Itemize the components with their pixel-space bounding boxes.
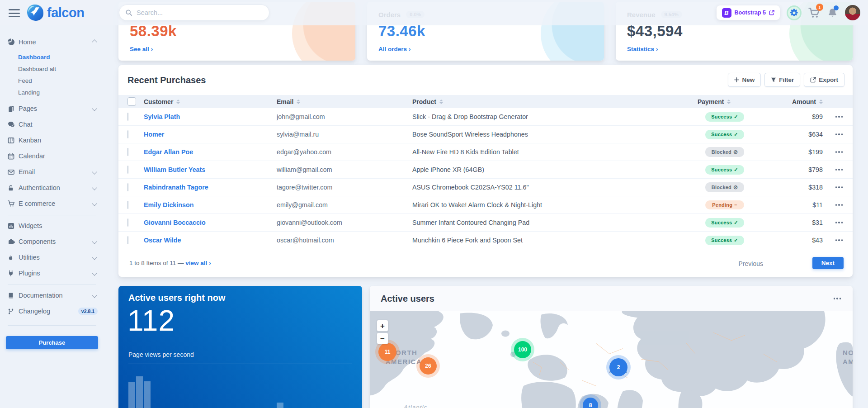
view-all-link[interactable]: view all › xyxy=(185,260,211,266)
sidebar-item-pages[interactable]: Pages xyxy=(8,104,98,114)
all-orders-link[interactable]: All orders› xyxy=(378,46,411,52)
chevron-down-icon xyxy=(92,255,97,260)
filter-button[interactable]: Filter xyxy=(764,73,800,87)
export-button[interactable]: Export xyxy=(804,73,844,87)
sidebar-item-email[interactable]: Email xyxy=(8,167,98,177)
sidebar-item-plugins[interactable]: Plugins xyxy=(8,268,98,278)
check-icon xyxy=(732,114,738,119)
sidebar-item-changelog[interactable]: Changelogv2.8.1 xyxy=(8,306,98,316)
row-menu-button[interactable] xyxy=(826,204,853,206)
active-users-map-card: Active users xyxy=(370,286,853,408)
chevron-right-icon: › xyxy=(656,46,658,52)
row-checkbox[interactable] xyxy=(127,166,128,174)
pageview-bar xyxy=(144,381,151,408)
sidebar-item-calendar[interactable]: Calendar xyxy=(8,151,98,161)
row-checkbox[interactable] xyxy=(127,183,128,191)
row-checkbox[interactable] xyxy=(127,113,128,121)
row-menu-button[interactable] xyxy=(826,116,853,118)
next-button[interactable]: Next xyxy=(812,257,844,269)
sidebar-item-dashboard[interactable]: Dashboard xyxy=(18,53,104,61)
zoom-in-button[interactable]: + xyxy=(377,320,388,332)
customer-link[interactable]: Rabindranath Tagore xyxy=(144,184,277,191)
table-row: Rabindranath Tagore tagore@twitter.com A… xyxy=(118,179,853,196)
customer-link[interactable]: Oscar Wilde xyxy=(144,237,277,244)
row-menu-button[interactable] xyxy=(826,151,853,153)
sidebar-divider xyxy=(8,325,96,326)
row-checkbox[interactable] xyxy=(127,130,128,138)
amount-cell: $634 xyxy=(768,131,826,138)
table-body: Sylvia Plath john@gmail.com Slick - Drag… xyxy=(118,108,853,249)
card-header: Active users xyxy=(370,286,853,311)
see-all-link[interactable]: See all› xyxy=(130,46,153,52)
cart-count-badge: 1 xyxy=(816,4,823,11)
sidebar-item-utilities[interactable]: Utilities xyxy=(8,252,98,262)
sidebar-item-home[interactable]: Home xyxy=(8,37,98,47)
sidebar-item-components[interactable]: Components xyxy=(8,237,98,247)
row-checkbox[interactable] xyxy=(127,236,128,244)
amount-cell: $798 xyxy=(768,166,826,173)
column-email[interactable]: Email xyxy=(277,98,412,105)
sidebar-divider xyxy=(8,285,96,285)
sidebar-item-ecommerce[interactable]: E commerce xyxy=(8,199,98,209)
cart-button[interactable]: 1 xyxy=(808,7,820,19)
sidebar-item-dashboard-alt[interactable]: Dashboard alt xyxy=(18,65,104,73)
falcon-logo[interactable]: falcon xyxy=(27,5,84,21)
gear-icon xyxy=(790,9,798,17)
customer-link[interactable]: Edgar Allan Poe xyxy=(144,148,277,156)
sidebar-item-kanban[interactable]: Kanban xyxy=(8,135,98,145)
map-marker[interactable]: 100 xyxy=(514,341,531,358)
notifications-button[interactable] xyxy=(827,7,838,19)
customer-link[interactable]: Sylvia Plath xyxy=(144,113,277,120)
card-menu-button[interactable] xyxy=(834,298,841,299)
customer-link[interactable]: Homer xyxy=(144,131,277,138)
map-marker[interactable]: 26 xyxy=(420,357,437,375)
kanban-icon xyxy=(8,137,19,144)
customer-link[interactable]: Giovanni Boccaccio xyxy=(144,219,277,226)
payment-badge-success: Success xyxy=(705,236,744,245)
world-map[interactable]: + − NORTHAMERICA ASIA NORTHAMERICA Atlan… xyxy=(370,311,853,408)
falcon-dashboard: 58.39k See all› Orders0.0% 73.46k All or… xyxy=(0,0,868,408)
column-product[interactable]: Product xyxy=(412,98,682,105)
column-amount[interactable]: Amount xyxy=(768,98,826,105)
user-avatar[interactable] xyxy=(845,5,860,20)
sidebar-item-widgets[interactable]: Widgets xyxy=(8,221,98,231)
active-users-count: 112 xyxy=(127,304,175,337)
chevron-up-icon xyxy=(92,39,97,44)
row-menu-button[interactable] xyxy=(826,186,853,188)
sidebar-item-feed[interactable]: Feed xyxy=(18,76,104,85)
settings-button[interactable] xyxy=(787,5,802,20)
search-input[interactable] xyxy=(136,9,255,17)
map-marker[interactable]: 11 xyxy=(378,343,396,361)
customer-link[interactable]: William Butler Yeats xyxy=(144,166,277,173)
row-checkbox[interactable] xyxy=(127,218,128,227)
sidebar-item-chat[interactable]: Chat xyxy=(8,119,98,129)
chat-icon xyxy=(8,121,19,128)
bootstrap-version-badge[interactable]: B Bootstrap 5 xyxy=(717,5,780,20)
row-menu-button[interactable] xyxy=(826,239,853,241)
column-customer[interactable]: Customer xyxy=(144,98,277,105)
new-button[interactable]: New xyxy=(728,73,761,87)
purchase-button[interactable]: Purchase xyxy=(6,336,98,349)
table-footer: 1 to 8 Items of 11 — view all › Previous… xyxy=(118,256,853,270)
map-marker[interactable]: 2 xyxy=(609,358,627,376)
sidebar-item-authentication[interactable]: Authentication xyxy=(8,183,98,193)
sidebar-item-documentation[interactable]: Documentation xyxy=(8,290,98,300)
row-checkbox[interactable] xyxy=(127,201,128,209)
row-checkbox[interactable] xyxy=(127,148,128,156)
row-menu-button[interactable] xyxy=(826,133,853,135)
customer-link[interactable]: Emily Dickinson xyxy=(144,201,277,209)
check-icon xyxy=(732,237,738,243)
select-all-checkbox[interactable] xyxy=(127,97,136,106)
column-payment[interactable]: Payment xyxy=(682,98,768,105)
chevron-down-icon xyxy=(92,239,97,244)
statistics-link[interactable]: Statistics› xyxy=(627,46,658,52)
sidebar-item-landing[interactable]: Landing xyxy=(18,88,104,96)
payment-badge-blocked: Blocked xyxy=(705,147,744,157)
email-cell: william@gmail.com xyxy=(277,166,412,173)
previous-button[interactable]: Previous xyxy=(734,257,768,270)
zoom-out-button[interactable]: − xyxy=(377,332,388,344)
row-menu-button[interactable] xyxy=(826,169,853,171)
hamburger-menu-icon[interactable] xyxy=(9,9,20,19)
row-menu-button[interactable] xyxy=(826,222,853,223)
puzzle-icon xyxy=(8,238,19,245)
